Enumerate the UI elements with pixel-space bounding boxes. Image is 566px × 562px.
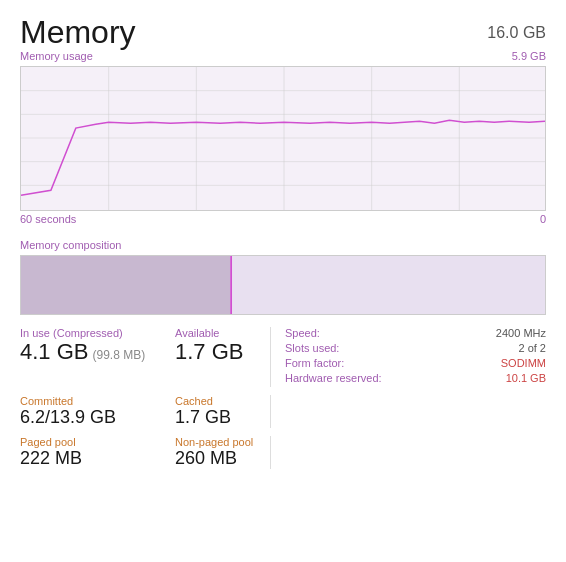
nonpaged-block: Non-paged pool 260 MB bbox=[175, 436, 270, 469]
composition-label: Memory composition bbox=[20, 239, 121, 251]
nonpaged-value: 260 MB bbox=[175, 448, 237, 468]
paged-block: Paged pool 222 MB bbox=[20, 436, 175, 469]
cached-block: Cached 1.7 GB bbox=[175, 395, 270, 428]
svg-rect-12 bbox=[232, 256, 545, 314]
usage-max: 5.9 GB bbox=[512, 50, 546, 64]
nonpaged-label: Non-paged pool bbox=[175, 436, 270, 448]
available-value: 1.7 GB bbox=[175, 339, 243, 364]
paged-value: 222 MB bbox=[20, 448, 82, 468]
slots-value: 2 of 2 bbox=[518, 342, 546, 354]
cached-value: 1.7 GB bbox=[175, 407, 231, 427]
svg-rect-10 bbox=[21, 256, 230, 314]
total-ram: 16.0 GB bbox=[487, 24, 546, 42]
paged-label: Paged pool bbox=[20, 436, 175, 448]
composition-chart bbox=[20, 255, 546, 315]
time-end: 0 bbox=[540, 213, 546, 225]
memory-chart bbox=[20, 66, 546, 211]
page-title: Memory bbox=[20, 16, 136, 48]
usage-label: Memory usage bbox=[20, 50, 93, 62]
speed-label: Speed: bbox=[285, 327, 320, 339]
committed-label: Committed bbox=[20, 395, 175, 407]
committed-value: 6.2/13.9 GB bbox=[20, 407, 116, 427]
committed-block: Committed 6.2/13.9 GB bbox=[20, 395, 175, 428]
right-stats-block: Speed: 2400 MHz Slots used: 2 of 2 Form … bbox=[270, 327, 546, 387]
cached-label: Cached bbox=[175, 395, 270, 407]
chart-time-labels: 60 seconds 0 bbox=[20, 213, 546, 227]
in-use-block: In use (Compressed) 4.1 GB (99.8 MB) bbox=[20, 327, 175, 387]
svg-rect-11 bbox=[230, 256, 232, 314]
time-start: 60 seconds bbox=[20, 213, 76, 225]
available-block: Available 1.7 GB bbox=[175, 327, 270, 387]
compressed-value: (99.8 MB) bbox=[92, 348, 145, 362]
in-use-label: In use (Compressed) bbox=[20, 327, 175, 339]
hardware-value: 10.1 GB bbox=[506, 372, 546, 384]
hardware-label: Hardware reserved: bbox=[285, 372, 382, 384]
form-label: Form factor: bbox=[285, 357, 344, 369]
available-label: Available bbox=[175, 327, 270, 339]
slots-label: Slots used: bbox=[285, 342, 339, 354]
speed-value: 2400 MHz bbox=[496, 327, 546, 339]
in-use-value: 4.1 GB bbox=[20, 340, 88, 364]
form-value: SODIMM bbox=[501, 357, 546, 369]
